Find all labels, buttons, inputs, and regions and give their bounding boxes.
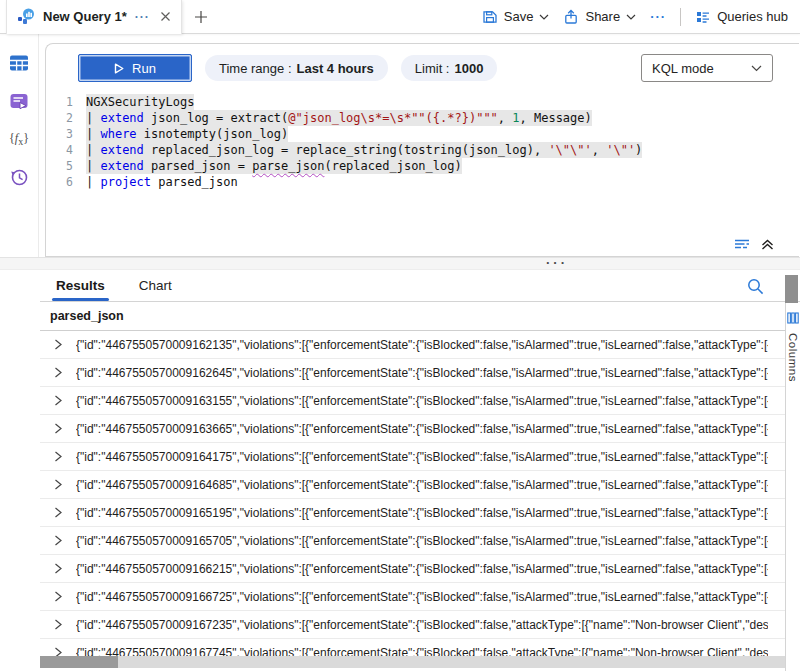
queries-hub-label: Queries hub [717,9,788,24]
search-icon[interactable] [747,278,764,295]
tab-results[interactable]: Results [54,270,107,301]
tab-results-label: Results [56,278,105,293]
line-number: 4 [46,142,86,158]
share-label: Share [585,9,620,24]
expand-row-icon[interactable] [54,563,76,574]
expand-row-icon[interactable] [54,395,76,406]
query-tab[interactable]: New Query 1* ··· [6,0,182,34]
tables-icon[interactable] [8,52,30,74]
expand-row-icon[interactable] [54,507,76,518]
table-row[interactable]: {"id":"4467550570009166725","violations"… [40,583,785,611]
editor-tools [734,238,774,251]
row-json-text: {"id":"4467550570009166215","violations"… [76,562,768,576]
expand-row-icon[interactable] [54,339,76,350]
top-actions: Save Share ··· Queries hub [482,8,800,26]
table-row[interactable]: {"id":"4467550570009165705","violations"… [40,527,785,555]
chevron-down-icon [539,14,549,20]
new-tab-button[interactable] [194,10,208,24]
line-number: 1 [46,94,86,110]
row-json-text: {"id":"4467550570009167235","violations"… [76,618,768,632]
row-json-text: {"id":"4467550570009162645","violations"… [76,366,768,380]
query-mode-value: KQL mode [652,61,714,76]
divider [680,8,681,26]
code-line[interactable]: 2| extend json_log = extract(@"json_log\… [46,110,789,126]
format-query-icon[interactable] [734,239,750,251]
line-number: 5 [46,158,86,174]
time-range-picker[interactable]: Time range : Last 4 hours [205,55,388,81]
expand-row-icon[interactable] [54,367,76,378]
share-icon [563,9,579,25]
table-row[interactable]: {"id":"4467550570009164175","violations"… [40,443,785,471]
table-row[interactable]: {"id":"4467550570009163665","violations"… [40,415,785,443]
tab-close-icon[interactable] [160,11,171,22]
code-line[interactable]: 3| where isnotempty(json_log) [46,126,789,142]
table-row[interactable]: {"id":"4467550570009165195","violations"… [40,499,785,527]
code-text: | where isnotempty(json_log) [86,126,288,142]
code-line[interactable]: 1NGXSecurityLogs [46,94,789,110]
functions-icon[interactable]: {fx} [8,128,30,150]
columns-icon[interactable] [787,312,799,324]
save-label: Save [504,9,534,24]
expand-row-icon[interactable] [54,479,76,490]
expand-row-icon[interactable] [54,591,76,602]
play-icon [114,63,124,74]
run-label: Run [132,61,156,76]
row-json-text: {"id":"4467550570009164685","violations"… [76,478,768,492]
table-row[interactable]: {"id":"4467550570009162135","violations"… [40,331,785,359]
tab-chart-label: Chart [139,278,172,293]
horizontal-scrollbar-thumb[interactable] [40,656,118,668]
code-line[interactable]: 5| extend parsed_json = parse_json(repla… [46,158,789,174]
code-line[interactable]: 6| project parsed_json [46,174,789,190]
save-button[interactable]: Save [482,9,550,25]
code-editor[interactable]: 1NGXSecurityLogs2| extend json_log = ext… [46,94,789,190]
collapse-editor-icon[interactable] [761,238,774,251]
limit-picker[interactable]: Limit : 1000 [401,55,498,81]
queries-hub-icon [695,9,711,25]
code-text: | extend replaced_json_log = replace_str… [86,142,642,158]
chevron-down-icon [751,65,762,72]
tab-menu-icon[interactable]: ··· [135,10,150,24]
column-header-parsed-json[interactable]: parsed_json [40,309,124,323]
code-text: | project parsed_json [86,174,238,190]
results-panel: Results Chart parsed_json {"id":"4467550… [0,270,800,671]
table-row[interactable]: {"id":"4467550570009162645","violations"… [40,359,785,387]
queries-hub-button[interactable]: Queries hub [695,9,788,25]
table-row[interactable]: {"id":"4467550570009166215","violations"… [40,555,785,583]
line-number: 2 [46,110,86,126]
tab-chart[interactable]: Chart [137,270,174,301]
expand-row-icon[interactable] [54,451,76,462]
columns-panel-label[interactable]: Columns [787,333,799,382]
row-json-text: {"id":"4467550570009163155","violations"… [76,394,768,408]
tab-bar: New Query 1* ··· Save Share ··· [0,0,800,33]
grid-header-row[interactable]: parsed_json [40,302,785,331]
results-grid: {"id":"4467550570009162135","violations"… [40,331,785,671]
row-json-text: {"id":"4467550570009166725","violations"… [76,590,768,604]
table-row[interactable]: {"id":"4467550570009163155","violations"… [40,387,785,415]
columns-side-panel[interactable]: Columns [785,303,800,671]
more-options-icon[interactable]: ··· [650,9,666,24]
code-line[interactable]: 4| extend replaced_json_log = replace_st… [46,142,789,158]
active-tab-underline [52,298,109,301]
query-mode-select[interactable]: KQL mode [641,54,773,82]
panel-splitter[interactable]: ··· [0,257,800,270]
splitter-drag-handle[interactable]: ··· [546,255,568,270]
query-history-icon[interactable] [8,166,30,188]
table-row[interactable]: {"id":"4467550570009167235","violations"… [40,611,785,639]
results-tab-bar: Results Chart [40,270,800,302]
code-text: | extend parsed_json = parse_json(replac… [86,158,462,174]
row-json-text: {"id":"4467550570009163665","violations"… [76,422,768,436]
run-button[interactable]: Run [78,54,192,82]
expand-row-icon[interactable] [54,535,76,546]
saved-queries-icon[interactable] [8,90,30,112]
tab-title: New Query 1* [43,9,127,24]
adx-query-tab-icon [17,8,35,26]
row-json-text: {"id":"4467550570009165195","violations"… [76,506,768,520]
query-editor-panel: Run Time range : Last 4 hours Limit : 10… [45,43,799,257]
share-button[interactable]: Share [563,9,636,25]
expand-row-icon[interactable] [54,619,76,630]
table-row[interactable]: {"id":"4467550570009164685","violations"… [40,471,785,499]
code-text: NGXSecurityLogs [86,94,194,110]
horizontal-scrollbar[interactable] [40,656,785,668]
expand-row-icon[interactable] [54,423,76,434]
row-json-text: {"id":"4467550570009164175","violations"… [76,450,768,464]
